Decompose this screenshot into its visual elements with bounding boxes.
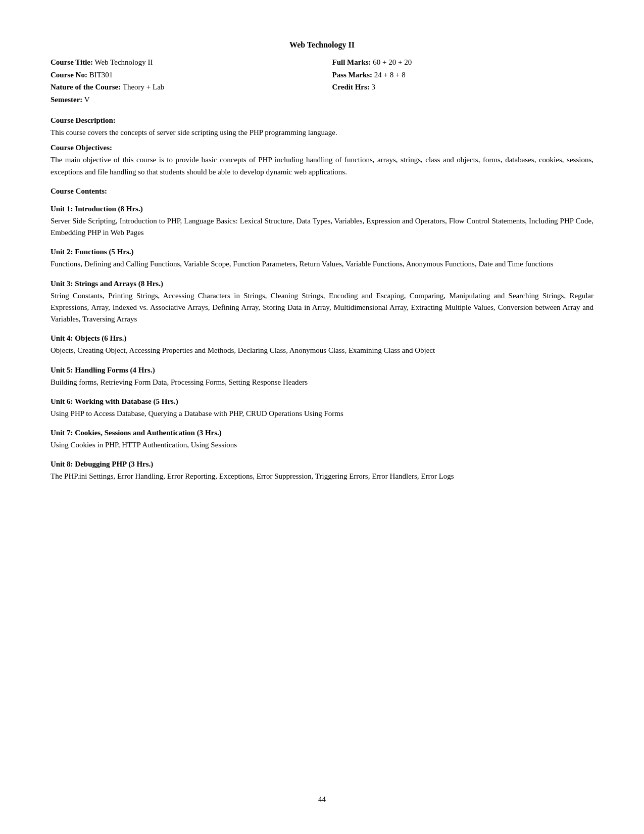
unit-section-4: Unit 4: Objects (6 Hrs.)Objects, Creatin… [51,334,593,356]
unit-section-7: Unit 7: Cookies, Sessions and Authentica… [51,429,593,451]
unit-title-4: Unit 4: Objects (6 Hrs.) [51,334,593,343]
unit-body-5: Building forms, Retrieving Form Data, Pr… [51,377,593,388]
unit-section-1: Unit 1: Introduction (8 Hrs.)Server Side… [51,205,593,239]
header-section: Course Title: Web Technology II Course N… [51,57,593,106]
unit-title-2: Unit 2: Functions (5 Hrs.) [51,248,593,256]
semester-label: Semester: [51,96,82,104]
course-description-section: Course Description: This course covers t… [51,116,593,138]
header-right: Full Marks: 60 + 20 + 20 Pass Marks: 24 … [312,57,594,106]
unit-title-5: Unit 5: Handling Forms (4 Hrs.) [51,366,593,375]
course-objectives-title: Course Objectives: [51,144,593,152]
unit-section-3: Unit 3: Strings and Arrays (8 Hrs.)Strin… [51,280,593,326]
unit-body-7: Using Cookies in PHP, HTTP Authenticatio… [51,439,593,451]
header-pass-marks: Pass Marks: 24 + 8 + 8 [332,69,594,81]
course-title-value: Web Technology II [93,58,153,66]
header-credit-hrs: Credit Hrs: 3 [332,81,594,93]
unit-section-2: Unit 2: Functions (5 Hrs.)Functions, Def… [51,248,593,270]
unit-body-1: Server Side Scripting, Introduction to P… [51,215,593,239]
header-semester: Semester: V [51,94,312,106]
course-contents-section: Course Contents: [51,187,593,196]
page-title: Web Technology II [51,40,593,50]
unit-body-2: Functions, Defining and Calling Function… [51,258,593,270]
unit-title-8: Unit 8: Debugging PHP (3 Hrs.) [51,460,593,469]
pass-marks-label: Pass Marks: [332,71,373,79]
unit-body-4: Objects, Creating Object, Accessing Prop… [51,345,593,356]
full-marks-value: 60 + 20 + 20 [371,58,412,66]
header-left: Course Title: Web Technology II Course N… [51,57,312,106]
course-description-title: Course Description: [51,116,593,125]
page-number: 44 [51,795,593,804]
unit-title-6: Unit 6: Working with Database (5 Hrs.) [51,397,593,406]
nature-label: Nature of the Course: [51,83,121,91]
pass-marks-value: 24 + 8 + 8 [372,71,406,79]
course-description-body: This course covers the concepts of serve… [51,127,593,138]
unit-section-6: Unit 6: Working with Database (5 Hrs.)Us… [51,397,593,420]
course-objectives-section: Course Objectives: The main objective of… [51,144,593,178]
course-no-label: Course No: [51,71,87,79]
units-container: Unit 1: Introduction (8 Hrs.)Server Side… [51,205,593,483]
page: Web Technology II Course Title: Web Tech… [0,0,644,834]
header-course-no: Course No: BIT301 [51,69,312,81]
full-marks-label: Full Marks: [332,58,371,66]
header-course-title: Course Title: Web Technology II [51,57,312,68]
course-no-value: BIT301 [87,71,113,79]
semester-value: V [82,96,89,104]
unit-title-7: Unit 7: Cookies, Sessions and Authentica… [51,429,593,437]
unit-body-3: String Constants, Printing Strings, Acce… [51,290,593,326]
unit-section-5: Unit 5: Handling Forms (4 Hrs.)Building … [51,366,593,388]
course-contents-title: Course Contents: [51,187,593,196]
header-full-marks: Full Marks: 60 + 20 + 20 [332,57,594,68]
nature-value: Theory + Lab [121,83,164,91]
unit-title-1: Unit 1: Introduction (8 Hrs.) [51,205,593,213]
unit-title-3: Unit 3: Strings and Arrays (8 Hrs.) [51,280,593,288]
credit-hrs-label: Credit Hrs: [332,83,370,91]
unit-section-8: Unit 8: Debugging PHP (3 Hrs.)The PHP.in… [51,460,593,482]
unit-body-6: Using PHP to Access Database, Querying a… [51,408,593,420]
unit-body-8: The PHP.ini Settings, Error Handling, Er… [51,471,593,482]
course-objectives-body: The main objective of this course is to … [51,154,593,178]
header-nature: Nature of the Course: Theory + Lab [51,81,312,93]
credit-hrs-value: 3 [370,83,375,91]
course-title-label: Course Title: [51,58,93,66]
